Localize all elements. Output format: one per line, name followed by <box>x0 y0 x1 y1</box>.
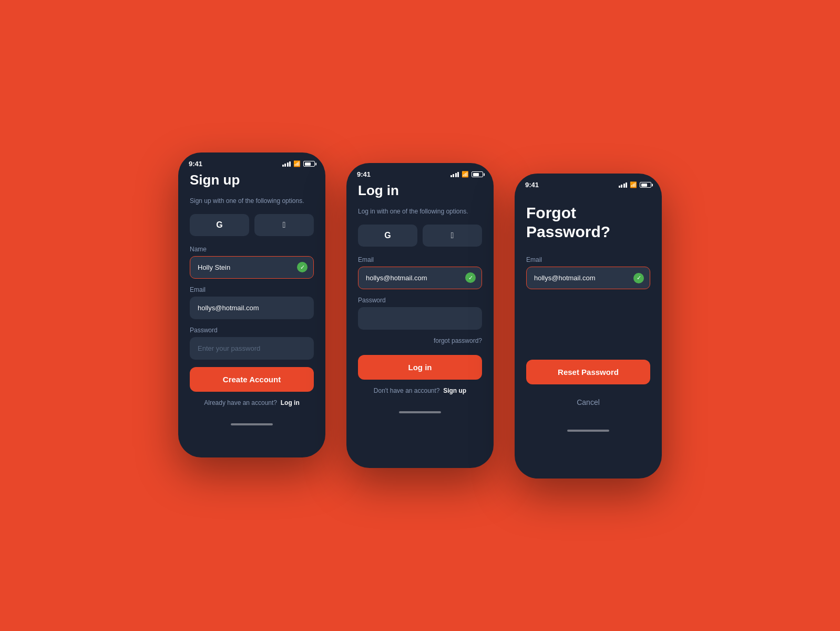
google-icon-login: G <box>384 231 391 240</box>
status-time-1: 9:41 <box>189 160 202 168</box>
forgot-title-line1: Forgot <box>526 204 576 221</box>
login-title: Log in <box>358 182 482 199</box>
password-input-login[interactable] <box>358 307 482 330</box>
status-time-3: 9:41 <box>525 181 539 189</box>
forgot-password-link[interactable]: forgot password? <box>358 337 482 344</box>
name-check-icon <box>297 262 308 272</box>
signup-content: Sign up Sign up with one of the followin… <box>178 172 325 417</box>
login-footer: Don't have an account? Sign up <box>358 387 482 394</box>
signal-icon-2 <box>450 172 459 177</box>
wifi-icon-3: 📶 <box>630 181 637 188</box>
wifi-icon-1: 📶 <box>293 160 301 167</box>
signup-link[interactable]: Sign up <box>443 387 466 394</box>
forgot-content: Forgot Password? Email Reset Password Ca… <box>515 203 662 423</box>
google-button-signup[interactable]: G <box>190 214 249 236</box>
status-icons-2: 📶 <box>450 171 484 178</box>
login-phone: 9:41 📶 Log in Log in with one of the fol… <box>346 163 494 468</box>
signal-icon-1 <box>282 161 291 167</box>
wifi-icon-2: 📶 <box>462 171 469 178</box>
signal-icon-3 <box>619 182 628 188</box>
email-input-wrapper-forgot <box>526 267 650 289</box>
cancel-button[interactable]: Cancel <box>526 392 650 413</box>
email-input-forgot[interactable] <box>526 267 650 289</box>
apple-button-login[interactable]:  <box>423 225 482 247</box>
create-account-button[interactable]: Create Account <box>190 367 314 392</box>
password-label-signup: Password <box>190 327 314 334</box>
email-label-signup: Email <box>190 286 314 293</box>
password-label-login: Password <box>358 297 482 304</box>
email-label-forgot: Email <box>526 256 650 263</box>
status-time-2: 9:41 <box>357 170 371 178</box>
signup-phone: 9:41 📶 Sign up Sign up with one of the f… <box>178 152 325 457</box>
status-icons-1: 📶 <box>282 160 315 167</box>
social-buttons-signup: G  <box>190 214 314 236</box>
home-indicator-2 <box>399 411 441 413</box>
password-input-wrapper-signup <box>190 337 314 360</box>
email-label-login: Email <box>358 256 482 263</box>
google-icon-signup: G <box>216 220 222 230</box>
status-icons-3: 📶 <box>619 181 652 188</box>
login-content: Log in Log in with one of the following … <box>346 182 494 405</box>
apple-icon-login:  <box>451 231 454 240</box>
social-buttons-login: G  <box>358 225 482 247</box>
battery-icon-3 <box>640 182 651 188</box>
password-input-wrapper-login <box>358 307 482 330</box>
signup-title: Sign up <box>190 172 314 188</box>
status-bar-3: 9:41 📶 <box>515 174 662 193</box>
forgot-title: Forgot Password? <box>526 203 650 241</box>
email-input-wrapper-login <box>358 267 482 289</box>
email-check-icon-forgot <box>633 273 644 283</box>
email-input-login[interactable] <box>358 267 482 289</box>
google-button-login[interactable]: G <box>358 225 417 247</box>
status-bar-2: 9:41 📶 <box>346 163 494 182</box>
name-input-wrapper <box>190 256 314 279</box>
email-input-wrapper-signup <box>190 297 314 319</box>
login-subtitle: Log in with one of the following options… <box>358 207 482 216</box>
email-input-signup[interactable] <box>190 297 314 319</box>
reset-password-button[interactable]: Reset Password <box>526 360 650 384</box>
home-indicator-1 <box>231 423 273 425</box>
battery-icon-1 <box>303 161 315 167</box>
password-input-signup[interactable] <box>190 337 314 360</box>
apple-button-signup[interactable]:  <box>254 214 314 236</box>
home-indicator-3 <box>567 430 609 432</box>
login-button[interactable]: Log in <box>358 355 482 380</box>
login-link[interactable]: Log in <box>281 399 300 406</box>
signup-footer: Already have an account? Log in <box>190 399 314 406</box>
name-label: Name <box>190 246 314 253</box>
status-bar-1: 9:41 📶 <box>178 152 325 172</box>
signup-subtitle: Sign up with one of the following option… <box>190 197 314 206</box>
forgot-password-phone: 9:41 📶 Forgot Password? Email Reset Pass… <box>515 174 662 479</box>
email-check-icon-login <box>465 272 476 283</box>
name-input[interactable] <box>190 256 314 279</box>
forgot-title-line2: Password? <box>526 223 610 240</box>
apple-icon-signup:  <box>283 220 286 230</box>
battery-icon-2 <box>472 171 483 177</box>
